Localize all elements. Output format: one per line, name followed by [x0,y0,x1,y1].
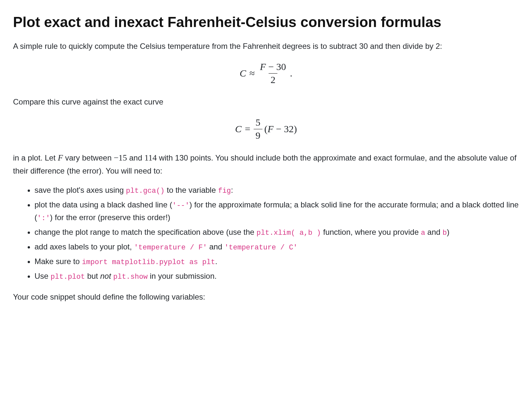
li4-a: add axes labels to your plot, [35,242,134,251]
list-item: save the plot's axes using plt.gca() to … [35,184,519,197]
p3-text-a: in a plot. Let [13,153,58,162]
instruction-list: save the plot's axes using plt.gca() to … [13,184,519,283]
list-item: add axes labels to your plot, 'temperatu… [35,241,519,253]
equals-symbol: = [245,124,250,134]
denominator-2: 2 [269,73,277,86]
compare-paragraph: Compare this curve against the exact cur… [13,96,519,108]
li6-d: in your submission. [147,272,217,280]
code-import: import matplotlib.pyplot as plt [82,258,215,266]
fraction: F − 30 2 [258,61,288,85]
code-pltplot: plt.plot [50,273,85,281]
fraction-59: 5 9 [254,117,262,141]
li2-c: ) for the error (preserve this order!) [50,213,170,222]
closing-paragraph: Your code snippet should define the foll… [13,291,519,303]
inline-114: 114 [144,153,157,162]
li1-a: save the plot's axes using [35,186,126,194]
li5-a: Make sure to [35,257,82,266]
code-dotted: ':' [37,214,50,222]
li6-b: but [85,272,100,280]
code-a: a [421,229,425,237]
exact-32: 32 [284,123,294,134]
p3-text-c: and [127,153,144,162]
exact-minus: − [273,123,284,134]
approx-symbol: ≈ [249,68,255,78]
li3-a: change the plot range to match the speci… [35,228,257,236]
list-item: plot the data using a black dashed line … [35,199,519,224]
code-pltshow: plt.show [113,273,148,281]
exact-formula: C = 5 9 (F − 32) [13,117,519,141]
code-label-f: 'temperature / F' [134,244,207,252]
numerator-minus: − [266,61,276,72]
exact-lhs: C [235,124,242,134]
li3-b: function, where you provide [321,228,421,236]
denominator-9: 9 [254,129,262,141]
inline-f: F [58,153,63,162]
li1-c: : [231,186,233,194]
inline-neg15: −15 [114,153,127,162]
intro-paragraph: A simple rule to quickly compute the Cel… [13,40,519,52]
list-item: change the plot range to match the speci… [35,226,519,239]
li3-c: and [425,228,442,236]
code-dashed: '--' [172,202,189,210]
li1-b: to the variable [165,186,218,194]
page-title: Plot exact and inexact Fahrenheit-Celsiu… [13,13,519,31]
li4-b: and [207,242,224,251]
li5-b: . [215,257,217,266]
rparen: ) [294,123,297,134]
li6-a: Use [35,272,50,280]
lparen: ( [264,123,268,134]
numerator-f: F [260,61,266,72]
formula-period: . [290,68,293,78]
list-item: Make sure to import matplotlib.pyplot as… [35,255,519,268]
li6-c [111,272,113,280]
numerator-30: 30 [276,61,286,72]
li2-a: plot the data using a black dashed line … [35,200,172,209]
code-b: b [442,229,447,237]
code-xlim: plt.xlim( a,b ) [257,229,321,237]
approx-formula: C ≈ F − 30 2 . [13,61,519,85]
code-fig: fig [218,187,231,195]
formula-lhs: C [240,68,246,78]
range-paragraph: in a plot. Let F vary between −15 and 11… [13,151,519,176]
numerator-5: 5 [254,117,262,129]
code-gca: plt.gca() [126,187,165,195]
code-label-c: 'temperature / C' [224,244,297,252]
list-item: Use plt.plot but not plt.show in your su… [35,270,519,283]
p3-text-b: vary between [63,153,114,162]
li3-d: ) [447,228,449,236]
li6-em: not [100,272,111,280]
exact-f: F [268,123,273,134]
